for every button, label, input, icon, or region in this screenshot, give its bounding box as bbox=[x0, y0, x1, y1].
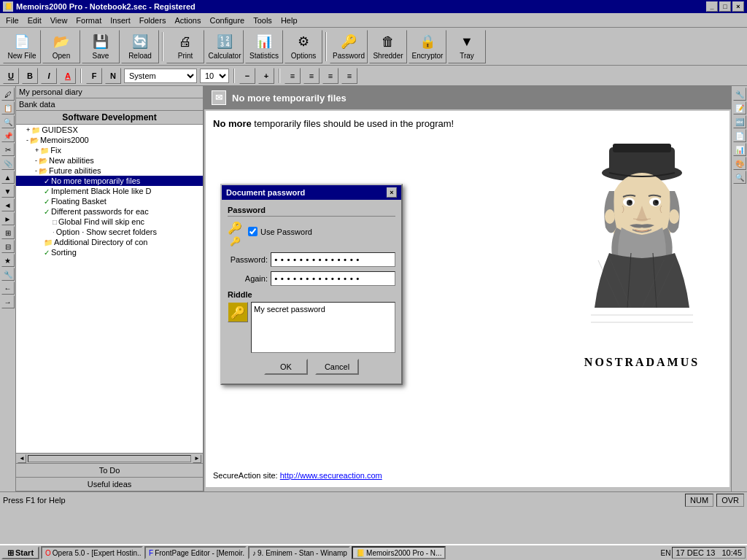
italic-button[interactable]: I bbox=[41, 68, 57, 84]
tree-scrollbar[interactable]: ◄ ► bbox=[16, 453, 203, 463]
tree-item-new-abilities[interactable]: - 📂 New abilities bbox=[16, 155, 203, 166]
sidebar-icon-4[interactable]: 📌 bbox=[1, 129, 15, 142]
save-button[interactable]: 💾 Save bbox=[82, 30, 120, 63]
menu-view[interactable]: View bbox=[46, 15, 72, 26]
close-button[interactable]: × bbox=[732, 1, 744, 12]
use-password-checkbox[interactable] bbox=[248, 227, 258, 236]
tree-item-floating-basket[interactable]: ✓ Floating Basket bbox=[16, 196, 203, 206]
en-label: EN bbox=[661, 549, 671, 557]
scroll-left-button[interactable]: ◄ bbox=[18, 454, 26, 463]
menu-help[interactable]: Help bbox=[276, 15, 302, 26]
tree-item-sorting[interactable]: ✓ Sorting bbox=[16, 247, 203, 257]
sidebar-icon-5[interactable]: ✂ bbox=[1, 143, 15, 156]
menu-insert[interactable]: Insert bbox=[106, 15, 135, 26]
sidebar-icon-3[interactable]: 🔍 bbox=[1, 115, 15, 128]
font-size-label-button[interactable]: N bbox=[105, 68, 121, 84]
justify-button[interactable]: ≡ bbox=[341, 68, 357, 84]
tree-item-memoirs[interactable]: - 📂 Memoirs2000 bbox=[16, 135, 203, 145]
sidebar-icon-2[interactable]: 📋 bbox=[1, 101, 15, 114]
statistics-button[interactable]: 📊 Statistics bbox=[245, 30, 283, 63]
shredder-icon: 🗑 bbox=[379, 33, 397, 50]
tree-bottom-useful[interactable]: Useful ideas bbox=[16, 478, 203, 491]
right-icon-6[interactable]: 🎨 bbox=[733, 157, 746, 170]
sidebar-icon-9[interactable]: ◄ bbox=[1, 198, 15, 211]
right-icon-7[interactable]: 🔍 bbox=[733, 171, 746, 184]
menu-file[interactable]: File bbox=[1, 15, 23, 26]
align-left-button[interactable]: ≡ bbox=[285, 68, 301, 84]
tree-header-diary[interactable]: My personal diary bbox=[16, 86, 203, 98]
start-button[interactable]: ⊞ Start bbox=[1, 546, 39, 559]
menu-format[interactable]: Format bbox=[71, 15, 106, 26]
sidebar-icon-16[interactable]: → bbox=[1, 295, 15, 308]
sidebar-icon-7[interactable]: ▲ bbox=[1, 171, 15, 184]
font-size-select[interactable]: 10 bbox=[200, 69, 229, 83]
menu-actions[interactable]: Actions bbox=[170, 15, 205, 26]
menu-edit[interactable]: Edit bbox=[23, 15, 46, 26]
menu-configure[interactable]: Configure bbox=[205, 15, 249, 26]
open-button[interactable]: 📂 Open bbox=[42, 30, 80, 63]
riddle-textarea[interactable]: My secret password bbox=[251, 302, 395, 353]
underline-button[interactable]: U bbox=[3, 68, 19, 84]
menu-folders[interactable]: Folders bbox=[135, 15, 171, 26]
sidebar-icon-1[interactable]: 🖊 bbox=[1, 88, 15, 101]
tree-item-show-secret-folders[interactable]: · Option · Show secret folders bbox=[16, 227, 203, 237]
sidebar-icon-10[interactable]: ► bbox=[1, 212, 15, 225]
sidebar-icon-13[interactable]: ★ bbox=[1, 254, 15, 267]
sidebar-icon-6[interactable]: 📎 bbox=[1, 157, 15, 170]
cancel-button[interactable]: Cancel bbox=[315, 359, 359, 375]
sidebar-icon-11[interactable]: ⊞ bbox=[1, 226, 15, 239]
tree-item-different-passwords[interactable]: ✓ Different passwords for eac bbox=[16, 206, 203, 217]
tree-bottom-todo[interactable]: To Do bbox=[16, 464, 203, 478]
right-icon-3[interactable]: 🔤 bbox=[733, 115, 746, 128]
taskbar-winamp[interactable]: ♪ 9. Eminem - Stan - Winamp bbox=[248, 546, 350, 559]
sidebar-icon-8[interactable]: ▼ bbox=[1, 184, 15, 198]
right-icon-4[interactable]: 📄 bbox=[733, 129, 746, 142]
again-input[interactable] bbox=[271, 271, 395, 286]
options-button[interactable]: ⚙ Options bbox=[285, 30, 322, 63]
bold-button[interactable]: B bbox=[22, 68, 38, 84]
reload-button[interactable]: 🔄 Reload bbox=[121, 30, 159, 63]
scroll-right-button[interactable]: ► bbox=[193, 454, 201, 463]
ok-button[interactable]: OK bbox=[264, 359, 308, 375]
sidebar-icon-15[interactable]: ← bbox=[1, 281, 15, 295]
calculator-button[interactable]: 🔢 Calculator bbox=[206, 30, 244, 63]
new-file-button[interactable]: 📄 New File bbox=[3, 30, 41, 63]
tree-item-fix[interactable]: + 📁 Fix bbox=[16, 145, 203, 155]
print-button[interactable]: 🖨 Print bbox=[166, 30, 204, 63]
encryptor-button[interactable]: 🔒 Encryptor bbox=[409, 30, 446, 63]
save-icon: 💾 bbox=[92, 33, 109, 50]
maximize-button[interactable]: □ bbox=[719, 1, 731, 12]
decrease-indent-button[interactable]: − bbox=[239, 68, 255, 84]
taskbar-opera[interactable]: O Opera 5.0 - [Expert Hostin... bbox=[41, 546, 143, 559]
tree-header-bank[interactable]: Bank data bbox=[16, 98, 203, 111]
shredder-button[interactable]: 🗑 Shredder bbox=[369, 30, 407, 63]
taskbar-memoirs[interactable]: 📒 Memoirs2000 Pro - N... bbox=[352, 546, 446, 559]
minimize-button[interactable]: _ bbox=[706, 1, 718, 12]
right-icon-1[interactable]: 🔧 bbox=[733, 88, 746, 101]
password-input[interactable] bbox=[271, 252, 395, 267]
password-button[interactable]: 🔑 Password bbox=[330, 30, 368, 63]
statistics-icon: 📊 bbox=[255, 33, 273, 50]
sidebar-icon-12[interactable]: ⊟ bbox=[1, 240, 15, 253]
dialog-buttons: OK Cancel bbox=[228, 359, 395, 378]
tree-item-future-abilities[interactable]: - 📂 Future abilities bbox=[16, 166, 203, 176]
secure-link[interactable]: http://www.secureaction.com bbox=[280, 471, 382, 480]
tree-item-no-more-files[interactable]: ✓ No more temporarily files bbox=[16, 176, 203, 186]
font-family-select[interactable]: System bbox=[124, 69, 197, 83]
font-name-button[interactable]: F bbox=[86, 68, 102, 84]
sidebar-icon-14[interactable]: 🔧 bbox=[1, 268, 15, 281]
taskbar-frontpage[interactable]: F FrontPage Editor - [Memoir... bbox=[144, 546, 247, 559]
right-icon-5[interactable]: 📊 bbox=[733, 143, 746, 156]
tree-item-global-find[interactable]: □ Global Find will skip enc bbox=[16, 217, 203, 227]
font-color-button[interactable]: A bbox=[60, 68, 76, 84]
right-icon-2[interactable]: 📝 bbox=[733, 101, 746, 114]
tree-item-black-hole[interactable]: ✓ Implement Black Hole like D bbox=[16, 186, 203, 196]
menu-tools[interactable]: Tools bbox=[249, 15, 276, 26]
increase-indent-button[interactable]: + bbox=[258, 68, 274, 84]
dialog-close-button[interactable]: × bbox=[387, 187, 397, 198]
tree-item-guidesx[interactable]: + 📁 GUIDESX bbox=[16, 125, 203, 135]
tray-button[interactable]: ▼ Tray bbox=[448, 30, 486, 63]
align-center-button[interactable]: ≡ bbox=[303, 68, 320, 84]
align-right-button[interactable]: ≡ bbox=[322, 68, 338, 84]
tree-item-additional-dir[interactable]: 📁 Additional Directory of con bbox=[16, 237, 203, 247]
